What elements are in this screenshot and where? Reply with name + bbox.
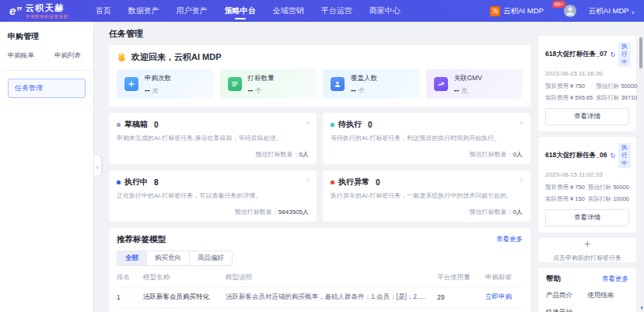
status-card-error[interactable]: 执行异常 0 执行异常的AI-打标签任务，一般是系统执行中的技术问题引起的。 预… [323,170,530,222]
top-navbar: e” 云积天赫 全域营销和运营系统 首页 数据资产 用户资产 策略中台 全域营销… [0,0,644,22]
brand-logo[interactable]: e” 云积天赫 全域营销和运营系统 [9,3,68,18]
stat-label: 打标数量 [248,74,275,83]
help-title: 帮助 [546,274,561,284]
running-dot-icon [117,181,121,184]
sidebar-item-purchase-bill[interactable]: 申购账单 [8,51,34,61]
stat-card-gmv: 关联GMV --元 [426,69,523,99]
stat-value: -- [145,86,150,94]
status-title: 执行中 [124,177,148,188]
help-more-link[interactable]: 查看更多 [602,275,628,284]
main-content: 任务管理 欢迎回来，云积AI MDP [95,22,535,312]
nav-item-omni-marketing[interactable]: 全域营销 [264,0,313,22]
actual-label: 实际费用 [545,94,569,101]
table-header: 排名 模型名称 模型说明 平台使用量 申购标签 [117,273,523,286]
task-time: 2023-06-15 11:02:33 [545,171,629,178]
left-sidebar: 申购管理 申购账单 申购列表 任务管理 [0,22,94,312]
actual-tag-value: 10000 [613,195,629,202]
cell-model-desc: 活跃新客会员对店铺的购买概率，基础人群条件：1.会员：[是]；2.交易成功总额：… [226,293,429,302]
chevron-right-icon [520,176,523,184]
plus-icon [584,238,590,249]
col-action: 申购标签 [485,273,523,282]
scrollbar-thumb[interactable] [639,37,642,68]
pending-dot-icon [331,123,334,127]
budget-value: ¥ 750 [570,82,585,89]
stats-row: 申购次数 --次 打标数量 --个 [117,69,523,99]
estimate-label: 预估打标数量： [470,209,513,216]
user-icon [564,5,576,17]
brand-name: 云积天赫 [26,3,68,12]
stat-value: -- [454,86,460,94]
recommend-more-link[interactable]: 查看更多 [496,235,523,244]
scroll-down-icon[interactable] [640,305,643,311]
nav-item-home[interactable]: 首页 [87,0,120,22]
stat-label: 覆盖人数 [351,74,377,83]
taobao-icon: 淘 [490,6,500,16]
stat-card-covered-people: 覆盖人数 --个 [323,69,420,99]
status-title: 草稿箱 [124,119,148,130]
apply-now-link[interactable]: 立即申购 [485,293,523,302]
budget-label: 预算费用 [545,184,569,191]
nav-item-platform-ops[interactable]: 平台运营 [313,0,361,22]
chevron-right-icon [306,176,309,184]
stat-card-purchase-count: 申购次数 --次 [117,69,214,99]
sync-icon[interactable] [610,51,615,58]
sidebar-item-task-management[interactable]: 任务管理 [8,79,86,98]
estimate-value: 0人 [513,209,523,216]
status-card-running[interactable]: 执行中 8 正在执行中的AI-打标签任务，可以查看任务的详情。 预估打标数量：5… [109,170,317,222]
cell-model-name: 活跃新客会员购买转化 [143,293,218,302]
table-row: 2 商品兴趣人群优选 根据某商品的兴趣度优选用户，基础人群条件：1.订单状态：交… [117,307,523,312]
main-nav: 首页 数据资产 用户资产 策略中台 全域营销 平台运营 商家中心 [87,0,409,22]
task-card-07: 618大促打标任务_07 执行中 2023-06-15 11:16:30 预算费… [538,36,636,131]
shop-label: 云积AI MDP [503,6,544,16]
user-menu[interactable]: 云积AI MDP [589,6,635,16]
person-icon [331,77,345,91]
user-menu-label: 云积AI MDP [589,6,629,16]
tab-purchase-intent[interactable]: 购买意向 [146,251,190,266]
nav-item-strategy-center[interactable]: 策略中台 [216,0,264,22]
error-dot-icon [331,181,334,184]
trend-up-icon [434,77,448,91]
task-time: 2023-06-15 11:16:30 [545,70,629,77]
greeting-row: 欢迎回来，云积AI MDP [117,51,523,63]
estimate-value: 0人 [299,151,309,158]
actual-tag-label: 实际打标 [588,195,611,202]
stat-unit: 个 [255,87,261,94]
estimate-label: 预估打标数量： [470,151,513,158]
tab-product-preference[interactable]: 商品偏好 [189,251,233,266]
nav-item-merchant-center[interactable]: 商家中心 [361,0,409,22]
status-card-pending[interactable]: 待执行 0 等待执行的AI-打标签任务，到达预设的执行时间则开始执行。 预估打标… [323,113,530,164]
sidebar-group-title: 申购管理 [8,31,86,42]
list-icon [228,77,242,91]
sync-icon[interactable] [610,152,615,160]
sidebar-divider [0,70,93,71]
recommend-models-card: 推荐标签模型 查看更多 全部 购买意向 商品偏好 排名 模型名称 模型说明 平台… [109,228,530,312]
draft-dot-icon [117,123,121,127]
estimate-value: 0人 [513,151,523,158]
tab-all[interactable]: 全部 [117,251,147,266]
stat-card-tag-count: 打标数量 --个 [220,69,317,99]
budget-label: 预算费用 [545,82,569,89]
view-details-button[interactable]: 查看详情 [545,108,629,125]
sidebar-item-purchase-list[interactable]: 申购列表 [54,51,81,61]
chevron-right-icon [306,118,309,127]
help-item-product-intro[interactable]: 产品简介 [546,291,587,300]
shop-chip[interactable]: 淘 云积AI MDP [490,6,544,16]
status-card-draft[interactable]: 草稿箱 0 申购未完成的AI-打标签任务,保存在草稿箱，等待后续处理。 预估打标… [109,113,317,164]
waving-hand-icon [117,52,127,62]
actual-label: 实际费用 [545,195,569,202]
budget-value: ¥ 750 [570,184,585,191]
nav-item-user-assets[interactable]: 用户资产 [168,0,216,22]
add-task-card[interactable]: 点击申购新的打标签任务 [538,238,636,262]
status-count: 0 [368,121,373,129]
task-title: 618大促打标任务_06 [545,151,607,160]
nav-item-data-assets[interactable]: 数据资产 [120,0,168,22]
view-details-button[interactable]: 查看详情 [545,209,629,226]
notification-avatar[interactable]: 99+ [564,5,576,17]
status-desc: 执行异常的AI-打标签任务，一般是系统执行中的技术问题引起的。 [331,191,523,200]
help-item-user-guide[interactable]: 使用指南 [587,291,628,300]
sidebar-collapse-handle[interactable] [94,156,101,176]
est-value: 50000 [613,184,629,191]
est-label: 预估打标 [588,184,611,191]
status-count: 8 [154,178,159,187]
help-item-quick-start[interactable]: 快速开始 [546,308,587,312]
